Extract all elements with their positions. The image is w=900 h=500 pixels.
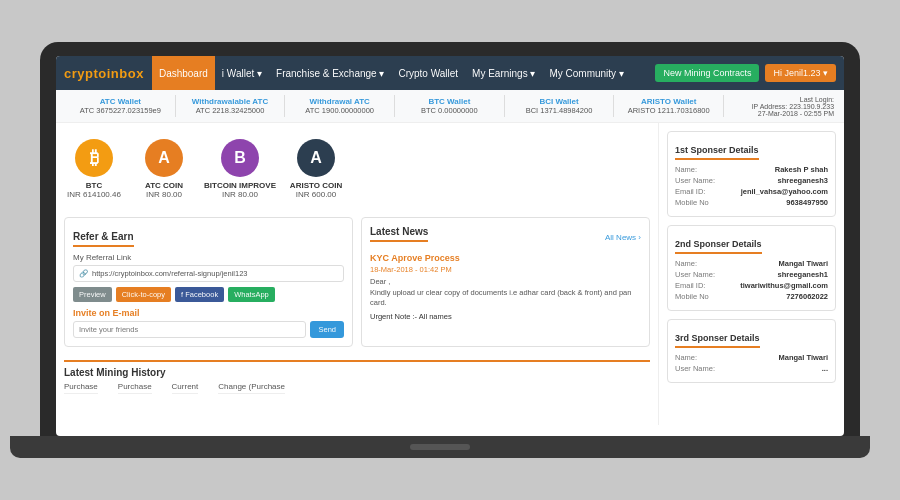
wallet-aristo: ARISTO Wallet ARISTO 1211.70316800 xyxy=(614,95,724,117)
wallet-bci: BCI Wallet BCI 1371.48984200 xyxy=(505,95,615,117)
wallet-withdrawalable: Withdrawalable ATC ATC 2218.32425000 xyxy=(176,95,286,117)
user-menu[interactable]: Hi Jenil1.23 ▾ xyxy=(765,64,836,82)
mining-section: Latest Mining History Purchase Purchase … xyxy=(64,360,650,394)
wallet-withdrawal: Withdrawal ATC ATC 1900.00000000 xyxy=(285,95,395,117)
screen: cryptoinbox Dashboard i Wallet ▾ Franchi… xyxy=(56,56,844,436)
wallet-atc-value: ATC 3675227.023159e9 xyxy=(70,106,171,115)
atc-price: INR 80.00 xyxy=(134,190,194,199)
wallet-withdrawalable-label: Withdrawalable ATC xyxy=(180,97,281,106)
sponsor-1-mobile: 9638497950 xyxy=(786,198,828,207)
btc-name: BTC xyxy=(64,181,124,190)
wallet-bci-value: BCI 1371.48984200 xyxy=(509,106,610,115)
sponsor-1-title: 1st Sponser Details xyxy=(675,145,759,160)
link-text: https://cryptoinbox.com/referral-signup/… xyxy=(92,269,248,278)
left-panel: ₿ BTC INR 614100.46 A ATC COIN INR 80.00… xyxy=(56,123,659,425)
wallet-withdrawal-label: Withdrawal ATC xyxy=(289,97,390,106)
sponsor-2-name: Mangal Tiwari xyxy=(779,259,828,268)
news-greeting: Dear , xyxy=(370,277,641,288)
mining-col-2: Current xyxy=(172,382,199,394)
mining-col-1: Purchase xyxy=(118,382,152,394)
last-login-date: 27-Mar-2018 - 02:55 PM xyxy=(724,110,834,117)
bim-icon: B xyxy=(221,139,259,177)
aristo-icon: A xyxy=(297,139,335,177)
sponsor-1-mobile-row: Mobile No 9638497950 xyxy=(675,198,828,207)
sponsor-3-title: 3rd Sponser Details xyxy=(675,333,760,348)
nav-crypto-wallet[interactable]: Crypto Wallet xyxy=(391,56,465,90)
news-item-title: KYC Aprove Process xyxy=(370,253,641,263)
referral-link-display: 🔗 https://cryptoinbox.com/referral-signu… xyxy=(73,265,344,282)
bim-name: BITCOIN IMPROVE xyxy=(204,181,276,190)
coin-btc: ₿ BTC INR 614100.46 xyxy=(64,139,124,199)
copy-button[interactable]: Click-to-copy xyxy=(116,287,171,302)
sponsor-2-mobile-row: Mobile No 7276062022 xyxy=(675,292,828,301)
wallet-bci-label: BCI Wallet xyxy=(509,97,610,106)
invite-input[interactable] xyxy=(73,321,306,338)
sponsor-2-name-row: Name: Mangal Tiwari xyxy=(675,259,828,268)
wallet-withdrawal-value: ATC 1900.00000000 xyxy=(289,106,390,115)
sponsor-3-username-row: User Name: ... xyxy=(675,364,828,373)
facebook-button[interactable]: f Facebook xyxy=(175,287,224,302)
sponsor-3-card: 3rd Sponser Details Name: Mangal Tiwari … xyxy=(667,319,836,383)
mining-col-3: Change (Purchase xyxy=(218,382,285,394)
brand-prefix: crypto xyxy=(64,66,107,81)
nav-wallet[interactable]: i Wallet ▾ xyxy=(215,56,269,90)
atc-name: ATC COIN xyxy=(134,181,194,190)
sponsor-2-username: shreeganesh1 xyxy=(778,270,828,279)
refer-box: Refer & Earn My Referral Link 🔗 https://… xyxy=(64,217,353,347)
sponsor-2-card: 2nd Sponser Details Name: Mangal Tiwari … xyxy=(667,225,836,311)
news-date: 18-Mar-2018 - 01:42 PM xyxy=(370,265,641,274)
brand-logo: cryptoinbox xyxy=(64,66,144,81)
news-urgent: Urgent Note :- All names xyxy=(370,312,641,321)
mining-col-0: Purchase xyxy=(64,382,98,394)
whatsapp-button[interactable]: WhatsApp xyxy=(228,287,275,302)
new-mining-button[interactable]: New Mining Contracts xyxy=(655,64,759,82)
wallet-aristo-label: ARISTO Wallet xyxy=(618,97,719,106)
wallet-withdrawalable-value: ATC 2218.32425000 xyxy=(180,106,281,115)
news-header: Latest News All News › xyxy=(370,226,641,248)
referral-button-row: Preview Click-to-copy f Facebook WhatsAp… xyxy=(73,287,344,302)
coin-aristo: A ARISTO COIN INR 600.00 xyxy=(286,139,346,199)
all-news-link[interactable]: All News › xyxy=(605,233,641,242)
send-button[interactable]: Send xyxy=(310,321,344,338)
news-box: Latest News All News › KYC Aprove Proces… xyxy=(361,217,650,347)
navbar: cryptoinbox Dashboard i Wallet ▾ Franchi… xyxy=(56,56,844,90)
atc-icon: A xyxy=(145,139,183,177)
brand-suffix: inbox xyxy=(107,66,144,81)
news-body: Kindly upload ur clear copy of documents… xyxy=(370,288,641,309)
wallet-btc-value: BTC 0.00000000 xyxy=(399,106,500,115)
link-icon: 🔗 xyxy=(79,269,88,278)
nav-community[interactable]: My Community ▾ xyxy=(542,56,630,90)
aristo-name: ARISTO COIN xyxy=(286,181,346,190)
sponsor-3-name: Mangal Tiwari xyxy=(779,353,828,362)
btc-icon: ₿ xyxy=(75,139,113,177)
sponsor-2-username-row: User Name: shreeganesh1 xyxy=(675,270,828,279)
sponsor-1-email: jenil_vahsa@yahoo.com xyxy=(741,187,828,196)
sponsor-1-email-row: Email ID: jenil_vahsa@yahoo.com xyxy=(675,187,828,196)
sponsor-1-name-row: Name: Rakesh P shah xyxy=(675,165,828,174)
mining-cols: Purchase Purchase Current Change (Purcha… xyxy=(64,382,650,394)
coin-cards: ₿ BTC INR 614100.46 A ATC COIN INR 80.00… xyxy=(64,131,650,207)
wallet-aristo-value: ARISTO 1211.70316800 xyxy=(618,106,719,115)
right-panel: 1st Sponser Details Name: Rakesh P shah … xyxy=(659,123,844,425)
invite-title: Invite on E-mail xyxy=(73,308,344,318)
nav-franchise[interactable]: Franchise & Exchange ▾ xyxy=(269,56,391,90)
nav-dashboard[interactable]: Dashboard xyxy=(152,56,215,90)
nav-earnings[interactable]: My Earnings ▾ xyxy=(465,56,542,90)
wallet-atc-label: ATC Wallet xyxy=(70,97,171,106)
preview-button[interactable]: Preview xyxy=(73,287,112,302)
referral-link-label: My Referral Link xyxy=(73,253,344,262)
wallet-atc: ATC Wallet ATC 3675227.023159e9 xyxy=(66,95,176,117)
wallet-btc-label: BTC Wallet xyxy=(399,97,500,106)
bim-price: INR 80.00 xyxy=(204,190,276,199)
main-content: ₿ BTC INR 614100.46 A ATC COIN INR 80.00… xyxy=(56,123,844,425)
invite-row: Send xyxy=(73,321,344,338)
aristo-price: INR 600.00 xyxy=(286,190,346,199)
sponsor-3-username: ... xyxy=(822,364,828,373)
coin-atc: A ATC COIN INR 80.00 xyxy=(134,139,194,199)
wallet-btc: BTC Wallet BTC 0.00000000 xyxy=(395,95,505,117)
news-title: Latest News xyxy=(370,226,428,242)
sponsor-2-email: tiwariwithus@gmail.com xyxy=(740,281,828,290)
sponsor-1-card: 1st Sponser Details Name: Rakesh P shah … xyxy=(667,131,836,217)
invite-section: Invite on E-mail Send xyxy=(73,308,344,338)
wallet-row: ATC Wallet ATC 3675227.023159e9 Withdraw… xyxy=(56,90,844,123)
